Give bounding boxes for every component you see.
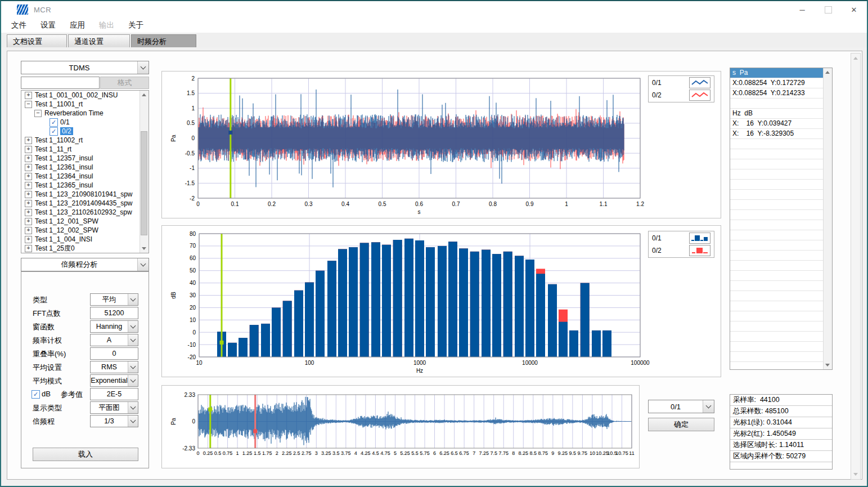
tree-item[interactable]: +Test 1_25度0 (21, 244, 140, 253)
reading-row-empty[interactable] (730, 342, 824, 352)
tree-item-label[interactable]: Test 1_123_211026102932_spw (35, 208, 132, 216)
db-checkbox[interactable]: ✓ (32, 390, 40, 399)
expand-icon[interactable]: + (25, 209, 32, 216)
tree-item[interactable]: +Test 1_12_001_SPW (21, 217, 140, 226)
reading-row-empty[interactable] (730, 230, 824, 240)
reading-row[interactable]: s Pa (730, 68, 824, 78)
expand-icon[interactable]: + (25, 218, 32, 225)
reading-row-empty[interactable] (730, 190, 824, 200)
reading-row-empty[interactable] (730, 321, 824, 332)
tree-item[interactable]: +Test 1_12_002_SPW (21, 226, 140, 235)
tree-item-label[interactable]: Test 1_11001_rt (35, 100, 83, 108)
expand-icon[interactable]: + (25, 146, 32, 153)
tree-item-label[interactable]: Test 1_123_210914094435_spw (35, 199, 132, 207)
scroll-down-icon[interactable] (140, 244, 148, 253)
analysis-type-select[interactable]: 倍频程分析 (21, 258, 149, 271)
reading-row-empty[interactable] (730, 271, 824, 281)
scroll-down-icon[interactable] (824, 361, 831, 369)
reading-row[interactable]: X:0.088254 Y:0.172729 (730, 78, 824, 88)
channel-checkbox[interactable]: ✓ (50, 118, 58, 127)
reading-row-empty[interactable] (730, 200, 824, 210)
tree-item[interactable]: ✓0/1 (21, 118, 140, 127)
tree-scrollbar[interactable] (140, 91, 149, 253)
reading-row[interactable] (730, 99, 824, 109)
tree-item[interactable]: +Test 1_123_211026102932_spw (21, 208, 140, 217)
expand-icon[interactable]: + (25, 236, 32, 243)
window-function-select[interactable]: Hanning (90, 320, 138, 333)
tree-item[interactable]: +Test 1_1_004_INSI (21, 235, 140, 244)
expand-icon[interactable]: + (25, 182, 32, 189)
tree-item[interactable]: +Test 1_12364_insul (21, 172, 140, 181)
reading-row-empty[interactable] (730, 261, 824, 271)
tree-item[interactable]: +Test 1_11_rt (21, 145, 140, 154)
tree-item[interactable]: ✓0/2 (21, 127, 140, 136)
menu-item-settings[interactable]: 设置 (38, 19, 60, 32)
main-scrollbar[interactable] (851, 53, 861, 480)
scrollbar-thumb[interactable] (141, 131, 147, 235)
reading-row-empty[interactable] (730, 180, 824, 190)
octave-select[interactable]: 1/3 (90, 415, 138, 427)
tree-item-label[interactable]: Test 1_25度0 (35, 244, 75, 253)
reading-row-empty[interactable] (730, 301, 824, 311)
tree-item-label[interactable]: 0/1 (60, 118, 70, 126)
tree-item-label[interactable]: Test 1_123_210908101941_spw (35, 190, 132, 198)
scroll-up-icon[interactable] (852, 54, 860, 62)
average-mode-select[interactable]: Exponential (90, 374, 138, 387)
scroll-up-icon[interactable] (824, 68, 831, 77)
reading-row-empty[interactable] (730, 149, 824, 159)
channel-select[interactable]: 0/1 (648, 400, 714, 413)
collapse-icon[interactable]: − (25, 101, 32, 108)
tab-time-frequency-analysis[interactable]: 时频分析 (131, 34, 196, 47)
tree-item-label[interactable]: Test 1_12361_insul (35, 163, 93, 171)
expand-icon[interactable]: + (25, 200, 32, 207)
reading-row-empty[interactable] (730, 311, 824, 321)
tree-item[interactable]: +Test 1_12357_insul (21, 154, 140, 163)
scroll-up-icon[interactable] (140, 91, 148, 99)
expand-icon[interactable]: + (25, 245, 32, 252)
reading-row-empty[interactable] (730, 251, 824, 261)
tree-item-label[interactable]: Test 1_11_rt (35, 145, 71, 153)
reading-row[interactable]: X: 16 Y:-8.329305 (730, 129, 824, 139)
display-type-select[interactable]: 平面图 (90, 401, 138, 414)
octave-spectrum-chart[interactable]: 80706050403020100-10-2010100100010000100… (162, 226, 721, 377)
tree-item[interactable]: +Test 1_12361_insul (21, 163, 140, 172)
expand-icon[interactable]: + (25, 227, 32, 234)
expand-icon[interactable]: + (25, 191, 32, 198)
tree-item-label[interactable]: Test 1_12365_insul (35, 181, 93, 189)
reading-row-empty[interactable] (730, 220, 824, 230)
format-button[interactable]: 格式 (100, 77, 149, 89)
chevron-down-icon[interactable] (703, 400, 714, 413)
tree-item-label[interactable]: Test 1_12_002_SPW (35, 226, 98, 234)
file-format-select[interactable]: TDMS (21, 61, 149, 74)
expand-icon[interactable]: + (25, 137, 32, 144)
tree-item[interactable]: −Test 1_11001_rt (21, 100, 140, 109)
scroll-down-icon[interactable] (852, 470, 860, 479)
menu-item-file[interactable]: 文件 (9, 19, 30, 32)
expand-icon[interactable]: + (25, 155, 32, 162)
tree-item-label[interactable]: 0/2 (60, 127, 73, 135)
reading-row-empty[interactable] (730, 139, 824, 149)
reading-row-empty[interactable] (730, 291, 824, 301)
db-reference-input[interactable]: 2E-5 (90, 388, 138, 400)
time-waveform-chart[interactable]: 00.10.20.30.40.50.60.70.80.911.11.221.51… (162, 72, 721, 218)
fft-points-input[interactable]: 51200 (90, 307, 138, 319)
tree-item[interactable]: +Test 1_123_210914094435_spw (21, 199, 140, 208)
tree-item-label[interactable]: Test 1_12_001_SPW (35, 217, 98, 225)
collapse-icon[interactable]: − (34, 110, 42, 117)
record-overview-chart[interactable]: 00.250.50.7511.251.51.7522.252.52.7533.2… (162, 386, 639, 468)
average-setting-select[interactable]: RMS (90, 361, 138, 373)
tree-item-label[interactable]: Test 1_12357_insul (35, 154, 93, 162)
tree-item[interactable]: +Test 1_11002_rt (21, 136, 140, 145)
load-button[interactable]: 载入 (33, 448, 138, 461)
reading-row-empty[interactable] (730, 159, 824, 169)
reading-row-empty[interactable] (730, 210, 824, 220)
maximize-button[interactable] (815, 1, 841, 18)
expand-icon[interactable]: + (25, 164, 32, 171)
channel-checkbox[interactable]: ✓ (50, 127, 58, 136)
close-button[interactable]: ✕ (841, 1, 867, 18)
tree-item[interactable]: +Test 1_001_001_002_INSU (21, 91, 140, 100)
frequency-weighting-select[interactable]: A (90, 334, 138, 346)
tab-document-settings[interactable]: 文档设置 (7, 34, 67, 47)
type-select[interactable]: 平均 (90, 293, 138, 306)
expand-icon[interactable]: + (25, 173, 32, 180)
